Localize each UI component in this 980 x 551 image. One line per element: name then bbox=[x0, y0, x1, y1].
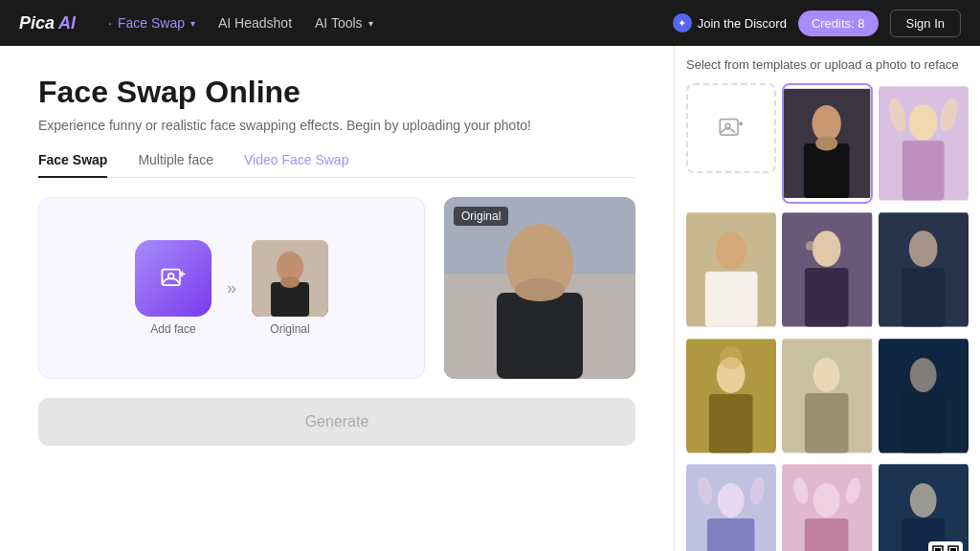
svg-rect-36 bbox=[709, 393, 753, 452]
nav-ai-headshot[interactable]: AI Headshot bbox=[209, 11, 301, 34]
svg-rect-47 bbox=[707, 518, 755, 551]
template-item[interactable] bbox=[879, 461, 969, 551]
tab-multiple-face[interactable]: Multiple face bbox=[138, 152, 213, 177]
template-image-7 bbox=[782, 336, 872, 456]
template-image-2 bbox=[879, 83, 969, 204]
upload-image-icon bbox=[718, 115, 745, 142]
logo[interactable]: Pica AI bbox=[19, 13, 76, 33]
svg-point-51 bbox=[813, 484, 840, 518]
add-face-button[interactable] bbox=[135, 240, 212, 317]
nav-face-swap[interactable]: Face Swap ▾ bbox=[99, 11, 205, 34]
svg-point-19 bbox=[908, 104, 937, 141]
page-title: Face Swap Online bbox=[38, 75, 635, 110]
add-face-label: Add face bbox=[150, 322, 195, 336]
svg-rect-0 bbox=[162, 270, 180, 285]
svg-point-13 bbox=[725, 123, 730, 128]
template-image-11 bbox=[879, 461, 969, 551]
qr-code bbox=[928, 541, 963, 551]
svg-point-24 bbox=[716, 231, 746, 270]
template-image-1 bbox=[784, 85, 870, 202]
svg-rect-40 bbox=[805, 392, 849, 452]
add-face-icon bbox=[160, 265, 187, 292]
template-item[interactable] bbox=[782, 461, 872, 551]
page-subtitle: Experience funny or realistic face swapp… bbox=[38, 118, 635, 133]
template-image-10 bbox=[782, 461, 872, 551]
arrow-icon: » bbox=[227, 278, 236, 298]
svg-rect-44 bbox=[879, 339, 969, 452]
template-item[interactable] bbox=[879, 336, 969, 456]
swap-area: Add face » Original bbox=[38, 197, 635, 379]
template-item[interactable] bbox=[686, 461, 776, 551]
svg-point-37 bbox=[720, 346, 743, 369]
nav-links: Face Swap ▾ AI Headshot AI Tools ▾ bbox=[99, 11, 650, 34]
template-image-4 bbox=[782, 209, 872, 330]
template-item[interactable] bbox=[879, 209, 969, 330]
right-panel: Select from templates or upload a photo … bbox=[674, 46, 980, 551]
preview-image: Original bbox=[444, 197, 635, 379]
signin-button[interactable]: Sign In bbox=[890, 10, 961, 37]
svg-rect-33 bbox=[879, 212, 969, 326]
svg-rect-16 bbox=[804, 143, 850, 198]
original-thumbnail[interactable] bbox=[252, 240, 328, 317]
nav-right: ✦ Join the Discord Credits: 8 Sign In bbox=[673, 10, 961, 37]
template-item[interactable] bbox=[782, 209, 872, 330]
template-item[interactable] bbox=[686, 336, 776, 456]
svg-rect-58 bbox=[879, 465, 969, 551]
navbar: Pica AI Face Swap ▾ AI Headshot AI Tools… bbox=[0, 0, 980, 46]
original-person-svg bbox=[252, 240, 328, 317]
svg-point-27 bbox=[813, 231, 841, 267]
tab-video-face-swap[interactable]: Video Face Swap bbox=[244, 152, 348, 177]
svg-point-5 bbox=[280, 276, 300, 288]
chevron-down-icon: ▾ bbox=[190, 18, 195, 29]
template-upload-button[interactable] bbox=[686, 83, 776, 173]
nav-ai-tools[interactable]: AI Tools ▾ bbox=[305, 11, 383, 34]
svg-rect-25 bbox=[705, 272, 758, 327]
credits-button[interactable]: Credits: 8 bbox=[798, 11, 879, 36]
chevron-down-icon-tools: ▾ bbox=[368, 18, 373, 29]
add-face-column: Add face bbox=[135, 240, 212, 336]
template-image-5 bbox=[879, 209, 969, 330]
svg-point-39 bbox=[813, 358, 840, 392]
template-item[interactable] bbox=[782, 336, 872, 456]
svg-rect-28 bbox=[805, 268, 849, 327]
svg-rect-20 bbox=[902, 141, 944, 201]
template-item[interactable] bbox=[879, 83, 969, 204]
template-image-8 bbox=[879, 336, 969, 456]
main-layout: Face Swap Online Experience funny or rea… bbox=[0, 46, 980, 551]
svg-rect-52 bbox=[805, 518, 849, 551]
qr-icon bbox=[932, 545, 959, 551]
template-item[interactable] bbox=[782, 83, 872, 204]
template-image-3 bbox=[686, 209, 776, 330]
original-badge: Original bbox=[454, 207, 508, 226]
generate-button[interactable]: Generate bbox=[38, 398, 635, 446]
left-panel: Face Swap Online Experience funny or rea… bbox=[0, 46, 674, 551]
template-item[interactable] bbox=[686, 209, 776, 330]
tab-bar: Face Swap Multiple face Video Face Swap bbox=[38, 152, 635, 178]
svg-point-46 bbox=[718, 484, 745, 518]
svg-point-17 bbox=[816, 136, 838, 150]
logo-text: Pica bbox=[19, 13, 55, 33]
template-image-6 bbox=[686, 336, 776, 456]
discord-icon: ✦ bbox=[673, 13, 692, 33]
svg-point-15 bbox=[813, 105, 841, 142]
discord-button[interactable]: ✦ Join the Discord bbox=[673, 13, 787, 33]
logo-ai: AI bbox=[58, 13, 76, 33]
original-column: Original bbox=[252, 240, 328, 336]
template-grid: Explore bbox=[686, 83, 969, 551]
svg-point-29 bbox=[806, 241, 815, 251]
upload-items: Add face » Original bbox=[135, 240, 328, 336]
panel-title: Select from templates or upload a photo … bbox=[686, 57, 969, 72]
tab-face-swap[interactable]: Face Swap bbox=[38, 152, 107, 177]
template-image-9 bbox=[686, 461, 776, 551]
original-label: Original bbox=[270, 322, 309, 336]
face-upload-zone: Add face » Original bbox=[38, 197, 425, 379]
